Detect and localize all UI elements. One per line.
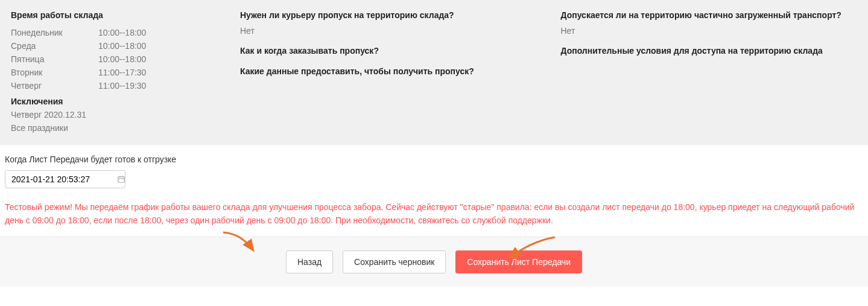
schedule-hours: 11:00--17:30: [98, 68, 146, 77]
ready-label: Когда Лист Передачи будет готов к отгруз…: [5, 155, 863, 164]
qa-block: Дополнительные условия для доступа на те…: [561, 45, 858, 57]
schedule-column: Время работы склада Понедельник 10:00--1…: [11, 10, 216, 136]
datetime-input-wrapper[interactable]: [5, 170, 125, 188]
schedule-hours: 10:00--18:00: [98, 28, 146, 37]
save-sheet-button[interactable]: Сохранить Лист Передачи: [455, 250, 582, 273]
save-draft-button[interactable]: Сохранить черновик: [343, 250, 446, 273]
back-button[interactable]: Назад: [286, 250, 333, 273]
schedule-title: Время работы склада: [11, 10, 216, 22]
schedule-hours: 10:00--18:00: [98, 41, 146, 51]
qa-answer: Нет: [561, 25, 858, 37]
qa-question: Дополнительные условия для доступа на те…: [561, 45, 858, 57]
schedule-row: Среда 10:00--18:00: [11, 41, 216, 51]
schedule-day: Понедельник: [11, 28, 98, 37]
qa-question: Нужен ли курьеру пропуск на территорию с…: [240, 10, 537, 22]
schedule-day: Вторник: [11, 68, 98, 77]
schedule-day: Среда: [11, 41, 98, 51]
schedule-row: Четверг 11:00--19:30: [11, 81, 216, 91]
qa-question: Как и когда заказывать пропуск?: [240, 45, 537, 57]
calendar-icon: [117, 175, 125, 183]
exception-row: Четверг 2020.12.31: [11, 110, 216, 120]
schedule-row: Понедельник 10:00--18:00: [11, 28, 216, 37]
warehouse-info-panel: Время работы склада Понедельник 10:00--1…: [0, 0, 868, 145]
schedule-day: Пятница: [11, 54, 98, 64]
schedule-hours: 11:00--19:30: [98, 81, 146, 91]
qa-question: Допускается ли на территорию частично за…: [561, 10, 858, 22]
footer-actions: Назад Сохранить черновик Сохранить Лист …: [0, 237, 868, 287]
qa-question: Какие данные предоставить, чтобы получит…: [240, 66, 537, 78]
qa-block: Допускается ли на территорию частично за…: [561, 10, 858, 37]
qa-block: Нужен ли курьеру пропуск на территорию с…: [240, 10, 537, 37]
access-info-column-1: Нужен ли курьеру пропуск на территорию с…: [240, 10, 537, 136]
exceptions-title: Исключения: [11, 97, 216, 106]
access-info-column-2: Допускается ли на территорию частично за…: [561, 10, 858, 136]
svg-rect-0: [118, 177, 125, 182]
qa-block: Какие данные предоставить, чтобы получит…: [240, 66, 537, 78]
schedule-row: Вторник 11:00--17:30: [11, 68, 216, 77]
schedule-day: Четверг: [11, 81, 98, 91]
datetime-input[interactable]: [11, 174, 117, 184]
schedule-row: Пятница 10:00--18:00: [11, 54, 216, 64]
qa-answer: Нет: [240, 25, 537, 37]
schedule-hours: 10:00--18:00: [98, 54, 146, 64]
exception-row: Все праздники: [11, 123, 216, 133]
qa-block: Как и когда заказывать пропуск?: [240, 45, 537, 57]
ready-section: Когда Лист Передачи будет готов к отгруз…: [0, 145, 868, 188]
warning-message: Тестовый режим! Мы передаём график работ…: [0, 188, 868, 237]
